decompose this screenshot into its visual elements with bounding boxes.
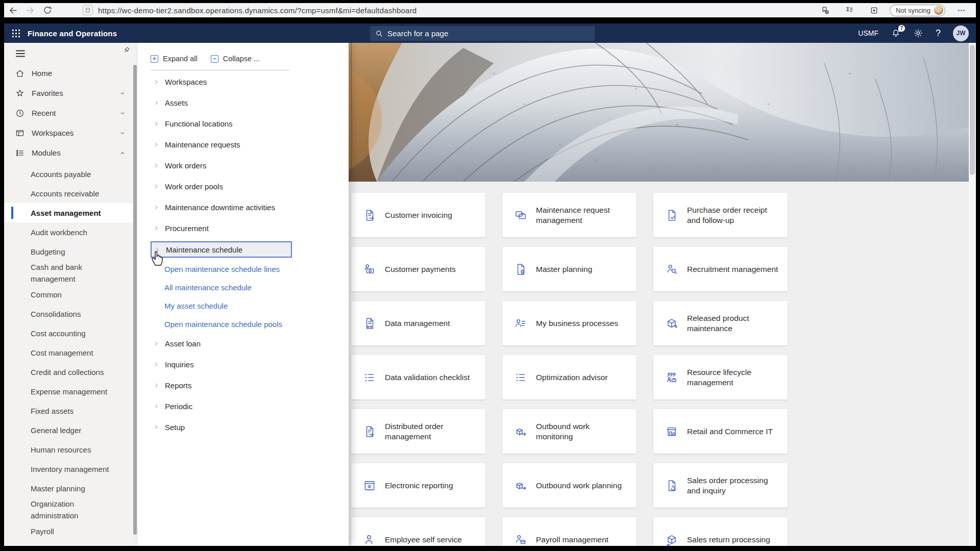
collapse-all-button[interactable]: − Collapse ...: [211, 55, 260, 63]
module-item-inventory-management[interactable]: Inventory management: [4, 459, 134, 479]
module-item-cost-accounting[interactable]: Cost accounting: [4, 323, 134, 343]
module-item-accounts-payable[interactable]: Accounts payable: [4, 164, 134, 184]
sidebar-scrollbar-thumb[interactable]: [133, 65, 137, 535]
site-info-icon[interactable]: [83, 5, 93, 15]
workspace-tile-distributed-order-management[interactable]: Distributed order management: [351, 409, 485, 454]
sidebar-item-recent[interactable]: Recent: [4, 103, 138, 123]
help-icon[interactable]: ?: [936, 28, 941, 39]
module-item-cash-and-bank-management[interactable]: Cash and bank management: [4, 261, 134, 285]
workspace-tile-optimization-advisor[interactable]: Optimization advisor: [502, 355, 636, 399]
workspace-tile-released-product-maintenance[interactable]: Released product maintenance: [653, 301, 788, 345]
user-avatar[interactable]: JW: [953, 26, 969, 41]
module-item-master-planning[interactable]: Master planning: [4, 479, 134, 498]
module-item-label: Payroll: [31, 525, 120, 537]
app-title[interactable]: Finance and Operations: [28, 29, 117, 38]
tree-item-asset-loan[interactable]: Asset loan: [151, 333, 349, 354]
workspace-tile-resource-lifecycle-management[interactable]: Resource lifecycle management: [653, 355, 788, 399]
workspace-tile-electronic-reporting[interactable]: Electronic reporting: [351, 463, 485, 508]
module-item-payroll[interactable]: Payroll: [4, 521, 134, 541]
collections-icon[interactable]: [841, 4, 858, 17]
workspace-tile-maintenance-request-management[interactable]: Maintenance request management: [502, 193, 636, 237]
bookmark-add-icon[interactable]: [816, 4, 834, 17]
workspace-tile-outbound-work-monitoring[interactable]: Outbound work monitoring: [502, 409, 636, 454]
workspace-tile-data-validation-checklist[interactable]: Data validation checklist: [351, 355, 485, 399]
module-item-organization-administration[interactable]: Organization administration: [4, 498, 134, 521]
module-item-human-resources[interactable]: Human resources: [4, 440, 134, 459]
module-item-asset-management[interactable]: Asset management: [4, 203, 134, 222]
split-screen-icon[interactable]: [865, 4, 883, 17]
tree-item-procurement[interactable]: Procurement: [151, 218, 349, 239]
tree-item-inquiries[interactable]: Inquiries: [151, 354, 349, 375]
tree-item-maintenance-schedule[interactable]: Maintenance schedule: [151, 241, 292, 258]
workspace-tile-sales-order-processing-and-inquiry[interactable]: Sales order processing and inquiry: [653, 463, 788, 508]
module-item-expense-management[interactable]: Expense management: [4, 382, 134, 401]
module-item-budgeting[interactable]: Budgeting: [4, 242, 134, 261]
tree-link-label: Open maintenance schedule pools: [164, 320, 282, 329]
module-item-common[interactable]: Common: [4, 285, 134, 304]
workspace-tile-my-business-processes[interactable]: My business processes: [502, 301, 636, 345]
settings-gear-icon[interactable]: [913, 28, 923, 38]
main-scrollbar-thumb[interactable]: [970, 45, 975, 175]
sidebar-item-favorites[interactable]: Favorites: [4, 83, 138, 103]
tree-link-open-maintenance-schedule-lines[interactable]: Open maintenance schedule lines: [151, 260, 349, 278]
tree-link-label: All maintenance schedule: [164, 283, 252, 292]
module-item-consolidations[interactable]: Consolidations: [4, 304, 134, 323]
module-item-label: Fixed assets: [31, 405, 120, 417]
browser-menu-icon[interactable]: [952, 4, 970, 17]
hamburger-menu-icon[interactable]: [13, 47, 28, 60]
workspace-tile-data-management[interactable]: Data management: [351, 301, 485, 345]
tree-item-label: Work orders: [165, 161, 206, 170]
tree-item-functional-locations[interactable]: Functional locations: [151, 113, 349, 134]
page-search-input[interactable]: Search for a page: [370, 26, 595, 41]
tree-link-all-maintenance-schedule[interactable]: All maintenance schedule: [151, 278, 349, 296]
notifications-bell-icon[interactable]: 7: [891, 28, 901, 38]
tree-item-periodic[interactable]: Periodic: [151, 396, 349, 417]
tree-item-assets[interactable]: Assets: [151, 92, 349, 113]
module-item-general-ledger[interactable]: General ledger: [4, 420, 134, 440]
workspace-tile-employee-self-service[interactable]: Employee self service: [351, 517, 485, 546]
modules-list: Accounts payableAccounts receivableAsset…: [4, 164, 134, 541]
workspace-tile-outbound-work-planning[interactable]: Outbound work planning: [502, 463, 636, 508]
tree-item-reports[interactable]: Reports: [151, 375, 349, 396]
expand-all-icon: +: [151, 55, 158, 63]
module-item-accounts-receivable[interactable]: Accounts receivable: [4, 184, 134, 203]
workspace-tile-sales-return-processing[interactable]: Sales return processing: [653, 517, 788, 546]
browser-forward-icon[interactable]: [21, 4, 39, 17]
profile-sync-button[interactable]: Not syncing: [890, 5, 945, 16]
search-placeholder: Search for a page: [387, 29, 448, 38]
order-document-icon: [362, 424, 377, 439]
tree-item-work-orders[interactable]: Work orders: [151, 155, 349, 176]
sidebar-item-workspaces[interactable]: Workspaces: [4, 123, 138, 143]
workspace-tile-purchase-order-receipt-and-follow-up[interactable]: Purchase order receipt and follow-up: [653, 193, 788, 237]
module-item-fixed-assets[interactable]: Fixed assets: [4, 401, 134, 420]
sidebar-item-modules[interactable]: Modules: [4, 143, 138, 163]
tree-item-label: Maintenance downtime activities: [165, 203, 275, 212]
workspace-tile-customer-invoicing[interactable]: Customer invoicing: [351, 193, 485, 237]
app-launcher-icon[interactable]: [4, 23, 28, 43]
tree-item-workspaces[interactable]: Workspaces: [151, 71, 349, 92]
workspace-tile-payroll-management[interactable]: Payroll management: [502, 517, 636, 546]
workspace-tile-retail-and-commerce-it[interactable]: Retail and Commerce IT: [653, 409, 788, 454]
address-bar-url[interactable]: https://wc-demo-tier2.sandbox.operations…: [98, 6, 416, 15]
browser-refresh-icon[interactable]: [39, 4, 56, 17]
expand-all-button[interactable]: + Expand all: [151, 55, 198, 63]
module-item-credit-and-collections[interactable]: Credit and collections: [4, 362, 134, 382]
workspace-tile-recruitment-management[interactable]: Recruitment management: [653, 247, 788, 291]
module-item-label: Organization administration: [31, 498, 120, 521]
tree-item-maintenance-downtime-activities[interactable]: Maintenance downtime activities: [151, 197, 349, 218]
sidebar-item-home[interactable]: Home: [4, 63, 138, 83]
tree-link-open-maintenance-schedule-pools[interactable]: Open maintenance schedule pools: [151, 315, 349, 333]
main-scrollbar[interactable]: [969, 43, 976, 546]
tree-item-work-order-pools[interactable]: Work order pools: [151, 176, 349, 197]
module-item-audit-workbench[interactable]: Audit workbench: [4, 222, 134, 242]
tree-item-maintenance-requests[interactable]: Maintenance requests: [151, 134, 349, 155]
workspace-tile-master-planning[interactable]: Master planning: [502, 247, 636, 291]
tree-item-setup[interactable]: Setup: [151, 417, 349, 438]
tile-label: Payroll management: [536, 535, 608, 545]
workspace-tile-customer-payments[interactable]: Customer payments: [351, 247, 485, 291]
unpin-pane-icon[interactable]: [122, 46, 131, 56]
tree-link-my-asset-schedule[interactable]: My asset schedule: [151, 296, 349, 315]
module-item-cost-management[interactable]: Cost management: [4, 343, 134, 362]
company-selector[interactable]: USMF: [858, 29, 878, 37]
browser-back-icon[interactable]: [4, 4, 21, 17]
